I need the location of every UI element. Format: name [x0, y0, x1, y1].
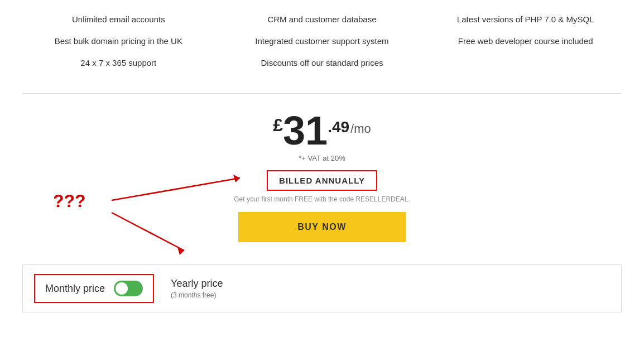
features-section: Unlimited email accounts CRM and custome… [0, 0, 644, 88]
feature-item: Discounts off our standard prices [226, 55, 419, 71]
billed-annually-badge: BILLED ANNUALLY [267, 170, 377, 191]
price-period: /mo [350, 122, 371, 136]
pricing-section: £ 31 .49 /mo *+ VAT at 20% BILLED ANNUAL… [0, 94, 644, 264]
features-grid: Unlimited email accounts CRM and custome… [22, 11, 622, 71]
buy-now-button[interactable]: BUY NOW [238, 212, 406, 242]
toggle-knob [116, 282, 128, 295]
promo-text: Get your first month FREE with the code … [22, 195, 622, 203]
toggle-section-outer: Monthly price Yearly price (3 months fre… [22, 264, 622, 312]
price-display: £ 31 .49 /mo [22, 110, 622, 151]
monthly-toggle-box: Monthly price [34, 274, 154, 303]
feature-item: Best bulk domain pricing in the UK [22, 33, 215, 49]
billed-badge-wrapper: BILLED ANNUALLY [22, 170, 622, 191]
toggle-row: Monthly price Yearly price (3 months fre… [23, 265, 621, 312]
yearly-label-group: Yearly price (3 months free) [171, 278, 223, 300]
feature-item: Integrated customer support system [226, 33, 419, 49]
price-main: 31 [283, 110, 328, 151]
feature-item: Unlimited email accounts [22, 11, 215, 27]
vat-text: *+ VAT at 20% [22, 154, 622, 162]
yearly-label: Yearly price [171, 278, 223, 290]
billing-toggle[interactable] [114, 281, 143, 296]
svg-marker-4 [177, 247, 184, 255]
yearly-sublabel: (3 months free) [171, 291, 216, 299]
feature-item [429, 55, 622, 71]
feature-item: Latest versions of PHP 7.0 & MySQL [429, 11, 622, 27]
currency-symbol: £ [273, 115, 283, 136]
feature-item: Free web developer course included [429, 33, 622, 49]
monthly-label: Monthly price [45, 283, 105, 295]
svg-line-3 [112, 213, 184, 251]
feature-item: CRM and customer database [226, 11, 419, 27]
price-decimal: .49 [328, 118, 349, 136]
feature-item: 24 x 7 x 365 support [22, 55, 215, 71]
